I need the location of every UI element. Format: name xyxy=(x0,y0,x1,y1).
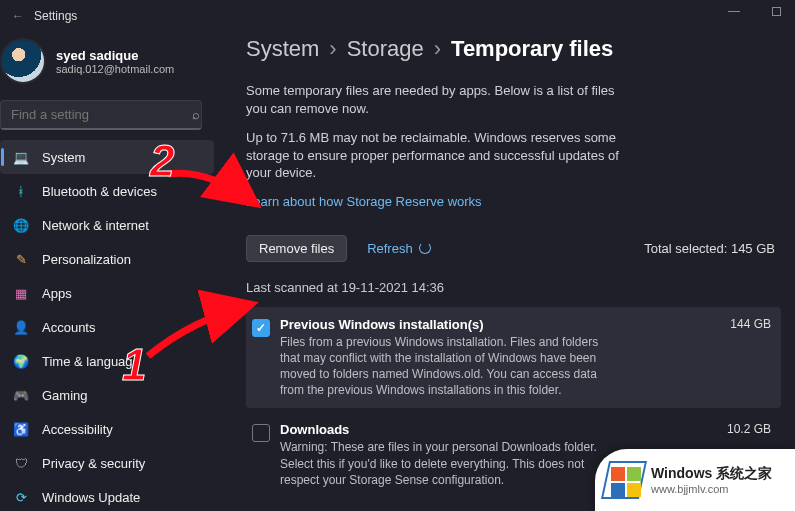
chevron-right-icon: › xyxy=(434,36,441,62)
sidebar-item-privacy[interactable]: 🛡 Privacy & security xyxy=(0,446,214,480)
intro-text-1: Some temporary files are needed by apps.… xyxy=(246,82,636,117)
sidebar-item-label: Gaming xyxy=(42,388,88,403)
refresh-button[interactable]: Refresh xyxy=(367,241,431,256)
intro-text-2: Up to 71.6 MB may not be reclaimable. Wi… xyxy=(246,129,636,182)
last-scanned: Last scanned at 19-11-2021 14:36 xyxy=(246,280,781,295)
refresh-icon xyxy=(419,242,431,254)
file-desc: Warning: These are files in your persona… xyxy=(280,439,610,488)
annotation-arrow-1 xyxy=(132,290,272,380)
profile-name: syed sadique xyxy=(56,48,174,63)
apps-icon: ▦ xyxy=(12,286,30,301)
sidebar-item-label: Privacy & security xyxy=(42,456,145,471)
checkbox[interactable] xyxy=(252,424,270,442)
breadcrumb: System › Storage › Temporary files xyxy=(246,32,781,62)
sidebar-item-windows-update[interactable]: ⟳ Windows Update xyxy=(0,480,214,511)
search-icon: ⌕ xyxy=(192,107,200,122)
sidebar-item-label: Accessibility xyxy=(42,422,113,437)
gaming-icon: 🎮 xyxy=(12,388,30,403)
file-size: 144 GB xyxy=(730,317,771,332)
sidebar-item-accessibility[interactable]: ♿ Accessibility xyxy=(0,412,214,446)
windows-logo-icon xyxy=(605,461,643,499)
file-size: 10.2 GB xyxy=(727,422,771,437)
accessibility-icon: ♿ xyxy=(12,422,30,437)
profile-email: sadiq.012@hotmail.com xyxy=(56,63,174,75)
sidebar-item-label: System xyxy=(42,150,85,165)
personalization-icon: ✎ xyxy=(12,252,30,267)
storage-reserve-link[interactable]: Learn about how Storage Reserve works xyxy=(246,194,482,209)
sidebar-item-personalization[interactable]: ✎ Personalization xyxy=(0,242,214,276)
file-title: Previous Windows installation(s) xyxy=(280,317,484,332)
breadcrumb-system[interactable]: System xyxy=(246,36,319,62)
app-title: Settings xyxy=(34,9,77,23)
sidebar-item-label: Apps xyxy=(42,286,72,301)
sidebar-item-label: Network & internet xyxy=(42,218,149,233)
chevron-right-icon: › xyxy=(329,36,336,62)
watermark: Windows 系统之家 www.bjjmlv.com xyxy=(595,449,795,511)
annotation-2: 2 xyxy=(150,136,174,186)
back-button[interactable]: ← xyxy=(6,9,30,23)
annotation-1: 1 xyxy=(122,340,146,390)
time-language-icon: 🌍 xyxy=(12,354,30,369)
bluetooth-icon: ᚼ xyxy=(12,184,30,199)
watermark-url: www.bjjmlv.com xyxy=(651,483,772,495)
profile-block[interactable]: syed sadique sadiq.012@hotmail.com xyxy=(0,32,224,96)
sidebar-item-label: Accounts xyxy=(42,320,95,335)
accounts-icon: 👤 xyxy=(12,320,30,335)
minimize-button[interactable] xyxy=(725,4,743,18)
search-input[interactable] xyxy=(0,100,202,130)
avatar xyxy=(0,38,46,84)
file-title: Downloads xyxy=(280,422,349,437)
maximize-button[interactable] xyxy=(767,4,785,18)
sidebar-item-label: Windows Update xyxy=(42,490,140,505)
refresh-label: Refresh xyxy=(367,241,413,256)
privacy-icon: 🛡 xyxy=(12,456,30,471)
remove-files-button[interactable]: Remove files xyxy=(246,235,347,262)
system-icon: 💻 xyxy=(12,150,30,165)
window-controls xyxy=(725,0,785,18)
sidebar-item-label: Personalization xyxy=(42,252,131,267)
file-desc: Files from a previous Windows installati… xyxy=(280,334,610,399)
sidebar-item-label: Bluetooth & devices xyxy=(42,184,157,199)
total-selected: Total selected: 145 GB xyxy=(644,241,775,256)
network-icon: 🌐 xyxy=(12,218,30,233)
breadcrumb-storage[interactable]: Storage xyxy=(347,36,424,62)
breadcrumb-current: Temporary files xyxy=(451,36,613,62)
file-item-previous-windows[interactable]: Previous Windows installation(s) 144 GB … xyxy=(246,307,781,409)
windows-update-icon: ⟳ xyxy=(12,490,30,505)
sidebar-item-gaming[interactable]: 🎮 Gaming xyxy=(0,378,214,412)
